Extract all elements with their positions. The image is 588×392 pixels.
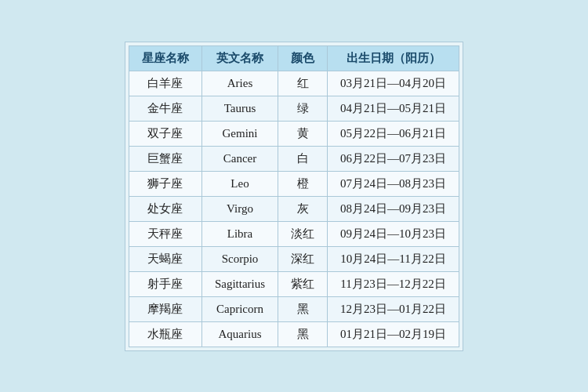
cell-color: 淡红: [278, 221, 328, 246]
cell-chinese-name: 白羊座: [129, 71, 201, 96]
header-dates: 出生日期（阳历）: [328, 45, 459, 71]
cell-chinese-name: 天蝎座: [129, 246, 201, 271]
table-row: 水瓶座Aquarius黑01月21日—02月19日: [129, 321, 459, 347]
header-chinese-name: 星座名称: [129, 45, 201, 71]
cell-english-name: Leo: [201, 171, 278, 196]
table-header-row: 星座名称 英文名称 颜色 出生日期（阳历）: [129, 45, 459, 71]
zodiac-table-container: 星座名称 英文名称 颜色 出生日期（阳历） 白羊座Aries红03月21日—04…: [125, 42, 463, 351]
cell-dates: 06月22日—07月23日: [328, 146, 459, 171]
table-body: 白羊座Aries红03月21日—04月20日金牛座Taurus绿04月21日—0…: [129, 71, 459, 347]
cell-dates: 07月24日—08月23日: [328, 171, 459, 196]
table-row: 天蝎座Scorpio深红10月24日—11月22日: [129, 246, 459, 271]
cell-dates: 05月22日—06月21日: [328, 121, 459, 146]
cell-dates: 09月24日—10月23日: [328, 221, 459, 246]
cell-chinese-name: 双子座: [129, 121, 201, 146]
cell-english-name: Virgo: [201, 196, 278, 221]
cell-dates: 10月24日—11月22日: [328, 246, 459, 271]
cell-chinese-name: 处女座: [129, 196, 201, 221]
header-color: 颜色: [278, 45, 328, 71]
cell-color: 黑: [278, 296, 328, 321]
cell-chinese-name: 射手座: [129, 271, 201, 296]
table-row: 巨蟹座Cancer白06月22日—07月23日: [129, 146, 459, 171]
cell-dates: 03月21日—04月20日: [328, 71, 459, 96]
table-row: 狮子座Leo橙07月24日—08月23日: [129, 171, 459, 196]
table-row: 摩羯座Capricorn黑12月23日—01月22日: [129, 296, 459, 321]
table-row: 天秤座Libra淡红09月24日—10月23日: [129, 221, 459, 246]
cell-color: 橙: [278, 171, 328, 196]
cell-dates: 11月23日—12月22日: [328, 271, 459, 296]
cell-english-name: Scorpio: [201, 246, 278, 271]
cell-dates: 12月23日—01月22日: [328, 296, 459, 321]
cell-english-name: Capricorn: [201, 296, 278, 321]
cell-dates: 08月24日—09月23日: [328, 196, 459, 221]
table-row: 射手座Sagittarius紫红11月23日—12月22日: [129, 271, 459, 296]
cell-color: 黑: [278, 321, 328, 347]
table-row: 双子座Gemini黄05月22日—06月21日: [129, 121, 459, 146]
cell-color: 绿: [278, 96, 328, 121]
cell-color: 灰: [278, 196, 328, 221]
cell-color: 白: [278, 146, 328, 171]
cell-chinese-name: 巨蟹座: [129, 146, 201, 171]
cell-color: 黄: [278, 121, 328, 146]
header-english-name: 英文名称: [201, 45, 278, 71]
cell-english-name: Cancer: [201, 146, 278, 171]
cell-chinese-name: 摩羯座: [129, 296, 201, 321]
cell-chinese-name: 狮子座: [129, 171, 201, 196]
cell-english-name: Aries: [201, 71, 278, 96]
table-row: 处女座Virgo灰08月24日—09月23日: [129, 196, 459, 221]
cell-chinese-name: 水瓶座: [129, 321, 201, 347]
cell-english-name: Taurus: [201, 96, 278, 121]
cell-color: 红: [278, 71, 328, 96]
cell-chinese-name: 天秤座: [129, 221, 201, 246]
cell-english-name: Libra: [201, 221, 278, 246]
cell-color: 紫红: [278, 271, 328, 296]
zodiac-table: 星座名称 英文名称 颜色 出生日期（阳历） 白羊座Aries红03月21日—04…: [129, 45, 459, 347]
cell-dates: 01月21日—02月19日: [328, 321, 459, 347]
table-row: 白羊座Aries红03月21日—04月20日: [129, 71, 459, 96]
cell-color: 深红: [278, 246, 328, 271]
cell-english-name: Aquarius: [201, 321, 278, 347]
cell-chinese-name: 金牛座: [129, 96, 201, 121]
table-row: 金牛座Taurus绿04月21日—05月21日: [129, 96, 459, 121]
cell-english-name: Sagittarius: [201, 271, 278, 296]
cell-english-name: Gemini: [201, 121, 278, 146]
cell-dates: 04月21日—05月21日: [328, 96, 459, 121]
